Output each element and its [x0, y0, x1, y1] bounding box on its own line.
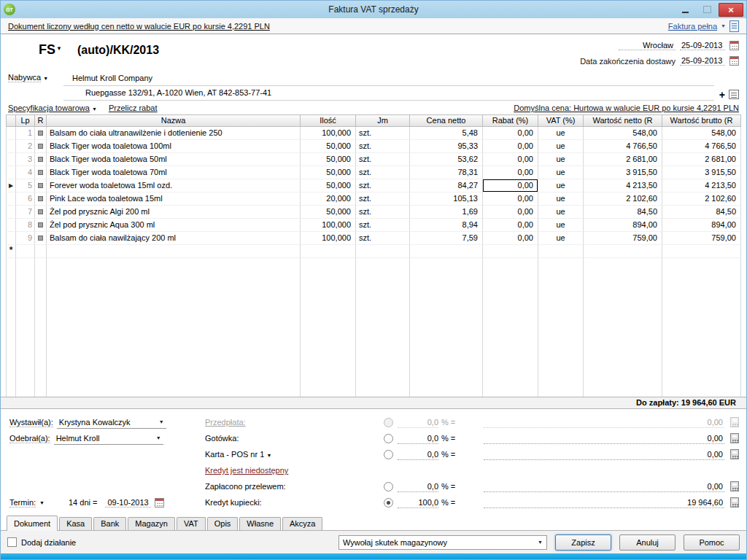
add-buyer-icon[interactable]: +	[719, 90, 725, 99]
cell-vat[interactable]: ue	[538, 179, 584, 192]
calculator-icon[interactable]	[730, 417, 739, 427]
maximize-button[interactable]	[697, 3, 717, 17]
cell-gross-value[interactable]: 4 213,50	[662, 179, 741, 192]
doc-type-dropdown[interactable]: FS▼	[39, 42, 62, 57]
tab-kasa[interactable]: Kasa	[59, 517, 92, 530]
cell-discount[interactable]: 0,00	[483, 140, 538, 153]
calendar-icon[interactable]	[729, 41, 739, 50]
cash-percent-field[interactable]: 0,0	[398, 433, 438, 444]
card-dropdown[interactable]: Karta - POS nr 1 ▼	[205, 450, 379, 459]
cell-discount[interactable]: 0,00	[483, 219, 538, 232]
cell-unit[interactable]: szt.	[356, 219, 410, 232]
credit-unavailable-link[interactable]: Kredyt jest niedostępny	[205, 466, 379, 475]
calculator-icon[interactable]	[730, 481, 739, 491]
column-header-3[interactable]: Nazwa	[47, 114, 301, 127]
cell-net-price[interactable]: 53,62	[410, 153, 483, 166]
transfer-radio[interactable]	[384, 482, 393, 491]
cell-net-value[interactable]: 3 915,50	[584, 166, 662, 179]
cell-vat[interactable]: ue	[538, 166, 584, 179]
cell-net-value[interactable]: 4 766,50	[584, 140, 662, 153]
column-header-7[interactable]: Rabat (%)	[483, 114, 538, 127]
calculator-icon[interactable]	[730, 433, 739, 443]
cell-discount[interactable]: 0,00	[483, 179, 538, 192]
cash-radio[interactable]	[384, 434, 393, 443]
column-header-5[interactable]: Jm	[356, 114, 410, 127]
table-row[interactable]: 8Żel pod prysznic Aqua 300 ml100,000szt.…	[6, 219, 741, 232]
document-icon[interactable]	[729, 20, 739, 32]
cell-net-price[interactable]: 78,31	[410, 166, 483, 179]
prepayment-amount-field[interactable]: 0,00	[484, 417, 724, 428]
cell-gross-value[interactable]: 548,00	[662, 127, 741, 140]
cell-discount[interactable]: 0,00	[483, 127, 538, 140]
default-price-link[interactable]: Domyślna cena: Hurtowa w walucie EUR po …	[514, 104, 739, 112]
cell-name[interactable]: Pink Lace woda toaletowa 15ml	[47, 192, 301, 206]
save-button[interactable]: Zapisz	[555, 534, 611, 551]
cell-unit[interactable]: szt.	[356, 179, 410, 192]
cell-quantity[interactable]: 50,000	[301, 206, 356, 219]
tab-własne[interactable]: Własne	[239, 517, 281, 530]
table-row[interactable]: ▶5Forever woda toaletowa 15ml ozd.50,000…	[6, 179, 741, 192]
cell-quantity[interactable]: 100,000	[301, 127, 356, 140]
add-action-checkbox[interactable]	[7, 537, 17, 547]
column-header-10[interactable]: Wartość brutto (R	[662, 114, 741, 127]
cell-name[interactable]: Balsam do ciała ultranawilżenie i dotlen…	[47, 127, 301, 140]
cell-unit[interactable]: szt.	[356, 166, 410, 179]
cell-quantity[interactable]: 100,000	[301, 232, 356, 245]
cell-quantity[interactable]: 50,000	[301, 140, 356, 153]
trade-credit-percent-field[interactable]: 100,0	[398, 497, 438, 508]
prepayment-percent-field[interactable]: 0,0	[398, 417, 438, 428]
cell-name[interactable]: Żel pod prysznic Aqua 300 ml	[47, 219, 301, 232]
buyer-name-field[interactable]: Helmut Kroll Company	[63, 71, 714, 86]
cell-quantity[interactable]: 50,000	[301, 153, 356, 166]
currency-info-link[interactable]: Dokument liczony według cen netto w walu…	[8, 22, 270, 31]
term-date-field[interactable]: 09-10-2013	[105, 498, 150, 508]
cell-net-value[interactable]: 548,00	[584, 127, 662, 140]
cell-name[interactable]: Black Tiger woda toaletowa 100ml	[47, 140, 301, 153]
buyer-label-dropdown[interactable]: Nabywca ▼	[8, 71, 63, 101]
cell-net-value[interactable]: 2 102,60	[584, 192, 662, 206]
cancel-button[interactable]: Anuluj	[619, 534, 676, 551]
issued-by-label[interactable]: Wystawił(a):	[9, 418, 53, 427]
warehouse-effect-select[interactable]: Wywołaj skutek magazynowy ▼	[338, 535, 547, 550]
invoice-type-link[interactable]: Faktura pełna	[668, 22, 717, 31]
card-amount-field[interactable]: 0,00	[484, 449, 724, 460]
cell-vat[interactable]: ue	[538, 219, 584, 232]
cell-net-price[interactable]: 8,94	[410, 219, 483, 232]
cell-quantity[interactable]: 100,000	[301, 219, 356, 232]
cell-unit[interactable]: szt.	[356, 153, 410, 166]
column-header-2[interactable]: R	[35, 114, 47, 127]
cell-net-value[interactable]: 759,00	[584, 232, 662, 245]
cell-name[interactable]: Black Tiger woda toaletowa 50ml	[47, 153, 301, 166]
cell-name[interactable]: Black Tiger woda toaletowa 70ml	[47, 166, 301, 179]
table-row[interactable]: 9Balsam do ciała nawilżający 200 ml100,0…	[6, 232, 741, 245]
recalc-discount-link[interactable]: Przelicz rabat	[109, 104, 158, 112]
spec-dropdown[interactable]: Specyfikacja towarowa ▼	[8, 104, 97, 112]
cell-gross-value[interactable]: 2 102,60	[662, 192, 741, 206]
column-header-9[interactable]: Wartość netto (R	[584, 114, 662, 127]
tab-opis[interactable]: Opis	[207, 517, 239, 530]
table-row[interactable]: 1Balsam do ciała ultranawilżenie i dotle…	[6, 127, 741, 140]
help-button[interactable]: Pomoc	[684, 534, 740, 551]
cell-net-price[interactable]: 105,13	[410, 192, 483, 206]
card-radio[interactable]	[384, 450, 393, 459]
cell-discount[interactable]: 0,00	[483, 206, 538, 219]
cell-unit[interactable]: szt.	[356, 192, 410, 206]
cell-discount[interactable]: 0,00	[483, 166, 538, 179]
cell-net-price[interactable]: 95,33	[410, 140, 483, 153]
cell-quantity[interactable]: 20,000	[301, 192, 356, 206]
received-by-select[interactable]: Helmut Kroll▼	[54, 432, 163, 445]
tab-dokument[interactable]: Dokument	[7, 516, 58, 531]
delivery-date-field[interactable]: 25-09-2013	[680, 56, 725, 66]
cell-vat[interactable]: ue	[538, 127, 584, 140]
card-percent-field[interactable]: 0,0	[398, 449, 438, 460]
cell-gross-value[interactable]: 4 766,50	[662, 140, 741, 153]
cell-net-price[interactable]: 84,27	[410, 179, 483, 192]
calendar-icon[interactable]	[729, 56, 739, 66]
tab-bank[interactable]: Bank	[93, 517, 126, 530]
column-header-1[interactable]: Lp	[16, 114, 35, 127]
cell-gross-value[interactable]: 84,50	[662, 206, 741, 219]
cell-vat[interactable]: ue	[538, 232, 584, 245]
trade-credit-amount-field[interactable]: 19 964,60	[484, 497, 724, 508]
cell-discount[interactable]: 0,00	[483, 153, 538, 166]
cell-name[interactable]: Balsam do ciała nawilżający 200 ml	[47, 232, 301, 245]
